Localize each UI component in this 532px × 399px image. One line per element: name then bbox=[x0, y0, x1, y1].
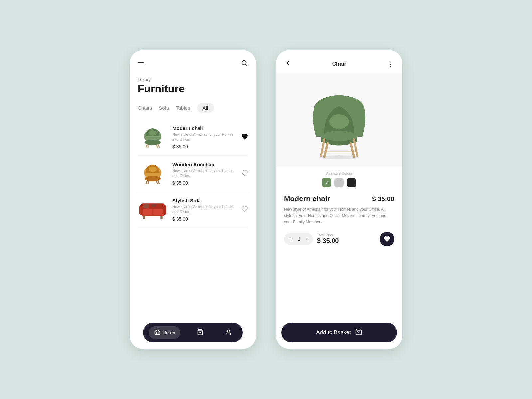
filter-tabs: Chairs Sofa Tables All bbox=[138, 103, 248, 113]
total-label: Total Price bbox=[317, 233, 376, 237]
add-to-basket-label: Add to Basket bbox=[316, 329, 351, 336]
product-hero-image bbox=[276, 73, 402, 167]
basket-btn-icon bbox=[355, 328, 362, 337]
svg-point-28 bbox=[329, 114, 349, 129]
basket-icon bbox=[197, 329, 203, 336]
svg-point-3 bbox=[149, 130, 157, 136]
product-image-3 bbox=[138, 197, 168, 223]
svg-point-27 bbox=[227, 330, 230, 332]
left-phone: Luxury Furniture Chairs Sofa Tables All bbox=[130, 50, 256, 349]
tab-tables[interactable]: Tables bbox=[176, 104, 190, 112]
svg-line-30 bbox=[324, 143, 328, 157]
right-phone: Chair ⋮ bbox=[276, 50, 402, 349]
left-header bbox=[138, 59, 248, 68]
product-item-2[interactable]: Wooden Armchair New style of Armchair fo… bbox=[138, 156, 248, 192]
favorite-btn-3[interactable] bbox=[241, 206, 248, 214]
svg-point-10 bbox=[149, 167, 157, 172]
svg-line-1 bbox=[246, 64, 247, 66]
product-item-3[interactable]: Stylish Sofa New style of Armchair for y… bbox=[138, 192, 248, 228]
color-swatch-black[interactable] bbox=[347, 178, 356, 187]
more-options-button[interactable]: ⋮ bbox=[387, 60, 394, 68]
detail-product-price: $ 35.00 bbox=[372, 195, 394, 203]
page-title: Chair bbox=[332, 61, 346, 67]
quantity-control: + 1 - bbox=[284, 233, 313, 245]
search-icon[interactable] bbox=[241, 59, 248, 68]
qty-value: 1 bbox=[296, 236, 302, 242]
svg-rect-18 bbox=[153, 208, 164, 215]
svg-point-15 bbox=[145, 176, 161, 181]
home-icon bbox=[154, 329, 161, 336]
product-price-1: $ 35.00 bbox=[172, 144, 237, 149]
product-name-1: Modern chair bbox=[172, 125, 237, 131]
product-detail-section: Modern chair $ 35.00 New style of Armcha… bbox=[276, 192, 402, 319]
svg-line-31 bbox=[351, 143, 354, 157]
nav-profile[interactable] bbox=[220, 326, 237, 339]
product-price-2: $ 35.00 bbox=[172, 180, 237, 186]
profile-icon bbox=[225, 329, 232, 336]
right-top-bar: Chair ⋮ bbox=[276, 50, 402, 73]
svg-point-8 bbox=[145, 140, 161, 145]
favorite-btn-1[interactable] bbox=[241, 133, 248, 141]
bottom-nav: Home bbox=[143, 323, 243, 342]
total-value: $ 35.00 bbox=[317, 237, 376, 245]
detail-product-name: Modern chair bbox=[284, 195, 330, 203]
product-info-2: Wooden Armchair New style of Armchair fo… bbox=[172, 162, 237, 186]
detail-product-desc: New style of Armchair for your Homes and… bbox=[284, 206, 394, 226]
detail-name-row: Modern chair $ 35.00 bbox=[284, 195, 394, 203]
qty-increase-btn[interactable]: - bbox=[306, 236, 307, 242]
nav-basket[interactable] bbox=[192, 326, 209, 339]
product-list: Modern chair New style of Armchair for y… bbox=[138, 119, 248, 317]
back-button[interactable] bbox=[284, 59, 291, 68]
qty-decrease-btn[interactable]: + bbox=[289, 236, 292, 242]
product-image-1 bbox=[138, 124, 168, 151]
nav-home[interactable]: Home bbox=[149, 326, 180, 339]
product-image-2 bbox=[138, 160, 168, 187]
svg-rect-17 bbox=[142, 208, 152, 215]
subtitle: Luxury bbox=[138, 77, 248, 82]
color-swatch-green[interactable] bbox=[322, 178, 331, 187]
svg-rect-22 bbox=[143, 204, 149, 208]
svg-rect-21 bbox=[162, 205, 166, 214]
product-name-2: Wooden Armchair bbox=[172, 162, 237, 167]
tab-all[interactable]: All bbox=[197, 103, 214, 113]
product-info-3: Stylish Sofa New style of Armchair for y… bbox=[172, 198, 237, 222]
color-section: Available Colors bbox=[276, 167, 402, 192]
product-price-3: $ 35.00 bbox=[172, 216, 237, 222]
detail-favorite-btn[interactable] bbox=[380, 232, 394, 246]
svg-rect-23 bbox=[151, 204, 156, 207]
color-swatch-gray[interactable] bbox=[334, 178, 344, 187]
product-desc-2: New style of Armchair for your Homes and… bbox=[172, 168, 237, 179]
color-label: Available Colors bbox=[326, 171, 352, 175]
color-swatches bbox=[322, 178, 356, 187]
product-info-1: Modern chair New style of Armchair for y… bbox=[172, 125, 237, 150]
svg-rect-25 bbox=[160, 216, 163, 219]
product-name-3: Stylish Sofa bbox=[172, 198, 237, 203]
add-to-basket-button[interactable]: Add to Basket bbox=[281, 323, 397, 342]
product-desc-1: New style of Armchair for your Homes and… bbox=[172, 132, 237, 142]
nav-home-label: Home bbox=[163, 330, 175, 335]
tab-sofa[interactable]: Sofa bbox=[159, 104, 169, 112]
svg-rect-24 bbox=[143, 216, 145, 219]
main-title: Furniture bbox=[138, 83, 248, 95]
product-item-1[interactable]: Modern chair New style of Armchair for y… bbox=[138, 119, 248, 156]
svg-point-35 bbox=[319, 155, 359, 159]
purchase-row: + 1 - Total Price $ 35.00 bbox=[284, 232, 394, 246]
menu-icon[interactable] bbox=[138, 62, 145, 65]
tab-chairs[interactable]: Chairs bbox=[138, 104, 152, 112]
total-section: Total Price $ 35.00 bbox=[317, 233, 376, 245]
svg-rect-20 bbox=[139, 205, 143, 214]
favorite-btn-2[interactable] bbox=[241, 170, 248, 178]
product-desc-3: New style of Armchair for your Homes and… bbox=[172, 204, 237, 215]
